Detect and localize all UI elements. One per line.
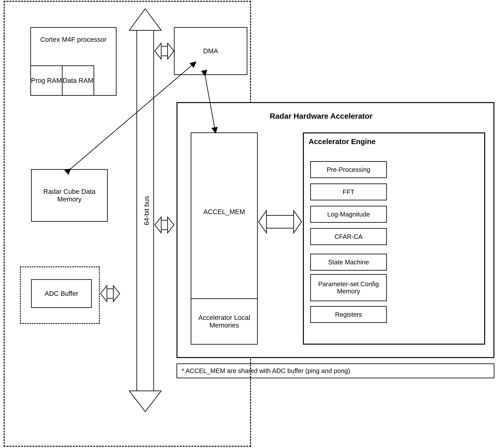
arrows-layer — [0, 0, 496, 448]
svg-rect-9 — [265, 215, 295, 228]
svg-marker-7 — [101, 286, 107, 302]
svg-marker-8 — [113, 286, 120, 302]
line-dma-accelmem — [205, 75, 216, 132]
svg-marker-5 — [168, 217, 174, 233]
diagram-canvas: Cortex M4F processor Prog RAM Data RAM D… — [0, 0, 496, 448]
svg-marker-4 — [155, 217, 161, 233]
arrow-bus-accel — [155, 217, 174, 233]
svg-marker-1 — [155, 43, 161, 59]
arrow-bus-dma — [155, 43, 174, 59]
bus-arrowhead-down — [129, 391, 161, 412]
svg-marker-2 — [168, 43, 174, 59]
arrow-adc-bus — [101, 286, 120, 302]
svg-marker-11 — [294, 211, 302, 233]
line-radarcube-dma — [70, 62, 196, 169]
bus-arrowhead-up — [129, 9, 161, 30]
svg-marker-10 — [259, 211, 266, 233]
arrow-accelmem-engine — [259, 211, 302, 233]
